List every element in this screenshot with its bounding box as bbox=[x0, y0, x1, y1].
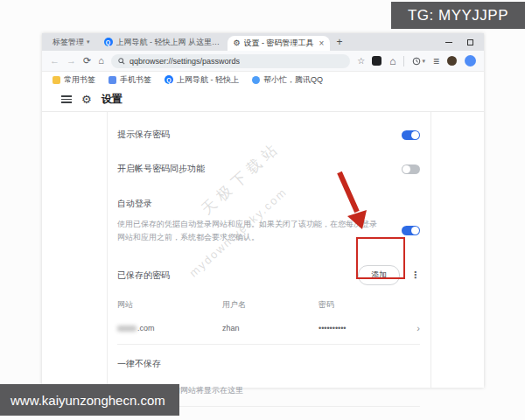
extension-icon[interactable] bbox=[372, 56, 382, 66]
qq-browser-favicon-icon: Q bbox=[104, 38, 113, 46]
auto-login-toggle[interactable] bbox=[402, 226, 420, 235]
bookmark-mobile[interactable]: 手机书签 bbox=[108, 74, 151, 86]
chevron-down-icon: ▾ bbox=[87, 38, 90, 46]
new-tab-button[interactable]: + bbox=[336, 36, 342, 48]
browser-toolbar: ← → ⟳ ⌂ qqbrowser://settings/passwords ☆… bbox=[42, 51, 484, 72]
phone-bookmark-icon bbox=[108, 76, 116, 84]
site-cell: .com bbox=[117, 324, 222, 332]
history-clock-icon bbox=[412, 57, 421, 66]
blurred-site-text bbox=[117, 326, 136, 332]
tab-strip: 标签管理 ▾ Q 上网导航 - 轻快上网 从这里开始 ⚙ 设置 - 密码管理工具… bbox=[42, 33, 484, 51]
settings-content: 提示保存密码 开启帐号密码同步功能 自动登录 使用已保存的凭据自动登录网站和应用… bbox=[42, 112, 484, 388]
right-margin bbox=[431, 112, 484, 388]
bookmark-label: 上网导航 - 轻快上 bbox=[177, 74, 239, 86]
history-button[interactable]: ▾ bbox=[412, 57, 425, 66]
settings-sidebar bbox=[42, 112, 108, 388]
sync-toggle[interactable] bbox=[402, 164, 420, 174]
close-tab-icon[interactable]: × bbox=[319, 38, 325, 48]
search-icon bbox=[118, 58, 125, 65]
tab-settings-passwords[interactable]: ⚙ 设置 - 密码管理工具 × bbox=[228, 36, 331, 51]
column-password: 密码 bbox=[318, 299, 420, 311]
maximize-button[interactable] bbox=[467, 39, 473, 46]
tab-title: 设置 - 密码管理工具 bbox=[244, 38, 314, 49]
setting-label: 开启帐号密码同步功能 bbox=[117, 163, 205, 175]
red-annotation-rectangle bbox=[356, 237, 405, 279]
chevron-right-icon[interactable]: › bbox=[416, 323, 420, 333]
saved-passwords-title: 已保存的密码 bbox=[117, 270, 170, 282]
telegram-watermark-badge: TG: MYYJJPP bbox=[391, 2, 525, 29]
username-cell: zhan bbox=[222, 324, 318, 332]
page-title: 设置 bbox=[102, 92, 122, 107]
app-home-icon[interactable]: ⌂ bbox=[389, 56, 396, 66]
bookmark-label: 常用书签 bbox=[64, 74, 95, 86]
toolbar-divider bbox=[403, 56, 404, 66]
url-text[interactable]: qqbrowser://settings/passwords bbox=[130, 57, 240, 66]
tab-home-navigation[interactable]: Q 上网导航 - 轻快上网 从这里开始 bbox=[98, 33, 228, 51]
bookmarks-bar: 常用书签 手机书签 Q 上网导航 - 轻快上 帮小忙，腾讯QQ bbox=[42, 72, 484, 88]
column-site: 网站 bbox=[117, 299, 222, 311]
never-save-title: 一律不保存 bbox=[117, 358, 420, 370]
password-table-row[interactable]: .com zhan •••••••••• › bbox=[117, 323, 420, 345]
bookmark-star-icon[interactable]: ☆ bbox=[357, 56, 365, 66]
passwords-table-header: 网站 用户名 密码 bbox=[117, 299, 420, 311]
gear-favicon-icon: ⚙ bbox=[234, 39, 241, 47]
setting-row-save-prompt: 提示保存密码 bbox=[117, 129, 420, 141]
address-bar[interactable]: qqbrowser://settings/passwords bbox=[111, 54, 350, 68]
save-prompt-toggle[interactable] bbox=[402, 130, 420, 140]
site-watermark-badge: www.kaiyunzonghecn.com bbox=[0, 384, 179, 416]
chevron-down-icon: ▾ bbox=[422, 58, 425, 65]
bookmark-tencent-help[interactable]: 帮小忙，腾讯QQ bbox=[252, 74, 323, 86]
hand-icon bbox=[252, 76, 260, 84]
window-controls bbox=[445, 39, 484, 46]
forward-icon[interactable]: → bbox=[66, 56, 76, 66]
toolbar-right-icons: ⌂ ▾ ≡ bbox=[372, 55, 476, 66]
tab-title: 上网导航 - 轻快上网 从这里开始 bbox=[116, 37, 221, 48]
browser-window: 标签管理 ▾ Q 上网导航 - 轻快上网 从这里开始 ⚙ 设置 - 密码管理工具… bbox=[42, 33, 484, 388]
profile-avatar[interactable] bbox=[465, 55, 476, 66]
user-avatar[interactable] bbox=[447, 56, 457, 66]
settings-header: ⚙ 设置 bbox=[42, 88, 484, 112]
menu-icon[interactable]: ≡ bbox=[433, 56, 439, 66]
kebab-menu-icon[interactable]: ⋮ bbox=[410, 270, 420, 281]
tab-manager-label: 标签管理 bbox=[52, 37, 84, 48]
reload-icon[interactable]: ⟳ bbox=[83, 56, 91, 66]
tab-manager-button[interactable]: 标签管理 ▾ bbox=[42, 37, 98, 48]
red-annotation-arrow bbox=[331, 170, 376, 238]
bookmark-navigation[interactable]: Q 上网导航 - 轻快上 bbox=[164, 74, 239, 86]
bookmark-label: 帮小忙，腾讯QQ bbox=[263, 74, 323, 86]
minimize-button[interactable] bbox=[445, 42, 452, 43]
column-username: 用户名 bbox=[222, 299, 318, 311]
bookmark-label: 手机书签 bbox=[120, 74, 151, 86]
setting-label: 提示保存密码 bbox=[117, 129, 170, 141]
password-cell: •••••••••• bbox=[318, 324, 413, 332]
gear-icon: ⚙ bbox=[81, 94, 92, 105]
bookmark-common[interactable]: 常用书签 bbox=[52, 74, 95, 86]
qq-browser-favicon-icon: Q bbox=[164, 75, 173, 84]
back-icon[interactable]: ← bbox=[50, 56, 60, 66]
hamburger-menu-icon[interactable] bbox=[61, 95, 72, 103]
home-icon[interactable]: ⌂ bbox=[98, 56, 104, 66]
screenshot-canvas: 标签管理 ▾ Q 上网导航 - 轻快上网 从这里开始 ⚙ 设置 - 密码管理工具… bbox=[0, 0, 525, 420]
folder-icon bbox=[52, 76, 60, 84]
